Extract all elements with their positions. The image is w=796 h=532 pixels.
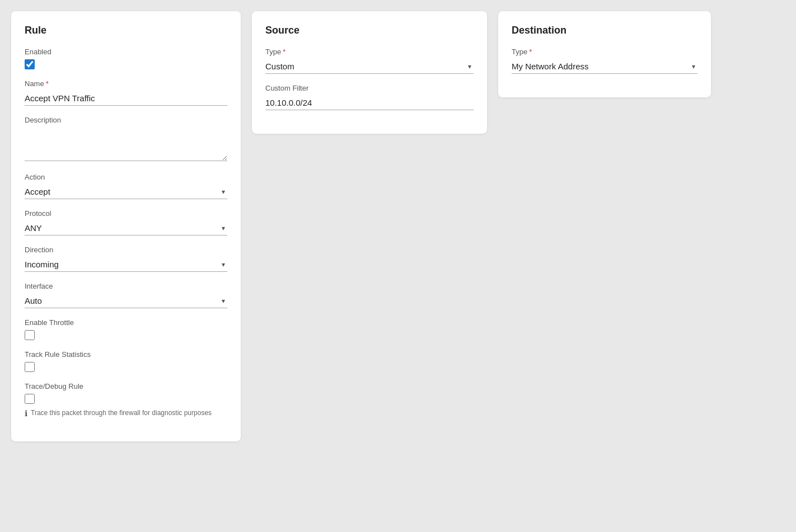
name-field: Name * [25,79,227,106]
direction-select[interactable]: Incoming Outgoing [25,257,227,272]
destination-title: Destination [512,25,697,36]
action-label: Action [25,173,227,181]
trace-info-row: ℹ Trace this packet through the firewall… [25,408,227,418]
custom-filter-field: Custom Filter [265,84,474,110]
info-icon: ℹ [25,409,27,418]
destination-type-field: Type * My Network Address Any Custom ▾ [512,48,697,74]
source-type-field: Type * Custom Any My Network Address ▾ [265,48,474,74]
destination-type-label: Type * [512,48,697,56]
custom-filter-label: Custom Filter [265,84,474,92]
action-select-wrapper: Accept Deny Reject ▾ [25,185,227,199]
protocol-select[interactable]: ANY TCP UDP ICMP [25,221,227,236]
interface-label: Interface [25,282,227,290]
track-rule-field: Track Rule Statistics [25,350,227,372]
name-label: Name * [25,79,227,88]
protocol-label: Protocol [25,209,227,218]
destination-type-required: * [529,48,532,56]
destination-type-select[interactable]: My Network Address Any Custom [512,59,697,74]
trace-debug-field: Trace/Debug Rule ℹ Trace this packet thr… [25,382,227,418]
direction-label: Direction [25,246,227,254]
interface-field: Interface Auto eth0 eth1 ▾ [25,282,227,308]
direction-field: Direction Incoming Outgoing ▾ [25,246,227,272]
enabled-checkbox[interactable] [25,59,35,69]
name-input[interactable] [25,91,227,106]
description-label: Description [25,116,227,124]
source-type-select[interactable]: Custom Any My Network Address [265,59,474,74]
enable-throttle-label: Enable Throttle [25,318,227,327]
destination-type-select-wrapper: My Network Address Any Custom ▾ [512,59,697,74]
protocol-field: Protocol ANY TCP UDP ICMP ▾ [25,209,227,236]
enable-throttle-checkbox[interactable] [25,330,35,340]
track-rule-label: Track Rule Statistics [25,350,227,359]
interface-select-wrapper: Auto eth0 eth1 ▾ [25,294,227,308]
action-field: Action Accept Deny Reject ▾ [25,173,227,199]
rule-card: Rule Enabled Name * Description Action [11,11,241,441]
track-rule-checkbox[interactable] [25,362,35,372]
name-required: * [46,79,49,88]
source-title: Source [265,25,474,36]
rule-title: Rule [25,25,227,36]
enabled-field: Enabled [25,48,227,69]
action-select[interactable]: Accept Deny Reject [25,185,227,199]
protocol-select-wrapper: ANY TCP UDP ICMP ▾ [25,221,227,236]
trace-info-text: Trace this packet through the firewall f… [31,408,212,418]
enabled-label: Enabled [25,48,227,56]
custom-filter-input[interactable] [265,96,474,110]
source-type-label: Type * [265,48,474,56]
direction-select-wrapper: Incoming Outgoing ▾ [25,257,227,272]
source-type-required: * [283,48,285,56]
interface-select[interactable]: Auto eth0 eth1 [25,294,227,308]
description-textarea[interactable] [25,128,227,161]
destination-card: Destination Type * My Network Address An… [498,11,711,97]
description-field: Description [25,116,227,163]
trace-debug-checkbox[interactable] [25,394,35,404]
source-card: Source Type * Custom Any My Network Addr… [252,11,487,134]
enable-throttle-field: Enable Throttle [25,318,227,340]
trace-debug-label: Trace/Debug Rule [25,382,227,390]
source-type-select-wrapper: Custom Any My Network Address ▾ [265,59,474,74]
